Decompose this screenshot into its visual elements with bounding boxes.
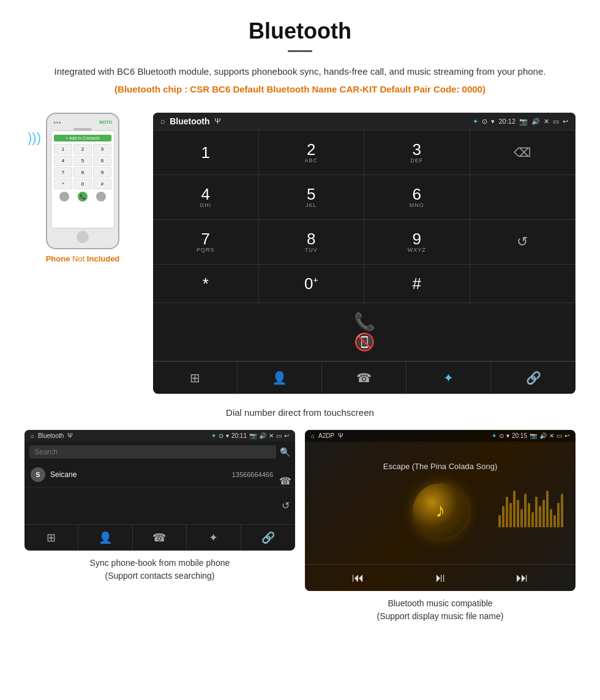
pb-x-icon: ✕	[269, 432, 274, 439]
phone-bottom-bar: 📞	[54, 189, 111, 203]
phone-icon[interactable]: ☎	[322, 362, 407, 394]
dial-keypad: 1 2 ABC 3 DEF ⌫ 4 GHI	[153, 130, 576, 361]
pb-status-right: ✦ ⊙ ▾ 20:11 📷 🔊 ✕ ▭ ↩	[211, 432, 289, 439]
key-4-sub: GHI	[200, 202, 211, 208]
key-9[interactable]: 9 WXYZ	[364, 220, 470, 265]
phone-key-8: 8	[73, 167, 92, 178]
key-1[interactable]: 1	[153, 130, 259, 175]
key-hash[interactable]: #	[364, 265, 470, 303]
phone-screen: + Add to Contacts 1 2 3 4 5 6 7 8 9 * 0 …	[51, 130, 114, 228]
pb-link-icon[interactable]: 🔗	[241, 525, 295, 551]
prev-button[interactable]: ⏮	[352, 571, 364, 585]
bt-bottom-icon[interactable]: ✦	[407, 362, 491, 394]
phone-key-1: 1	[54, 144, 72, 154]
pb-status-left: ⌂ Bluetooth Ψ	[31, 432, 73, 439]
home-icon: ⌂	[160, 117, 165, 126]
pb-bt-bottom-icon[interactable]: ✦	[187, 525, 241, 551]
pb-home-icon: ⌂	[31, 432, 34, 439]
music-win: ▭	[557, 432, 562, 439]
camera-icon: 📷	[519, 118, 528, 126]
music-signal: ▾	[506, 432, 509, 439]
title-divider	[288, 50, 312, 52]
pb-refresh-right-icon[interactable]: ↺	[282, 500, 290, 511]
phone-not-included-label: Phone Not Included	[46, 254, 120, 263]
pb-person-icon[interactable]: 👤	[78, 525, 132, 551]
music-controls: ⏮ ⏯ ⏭	[305, 564, 576, 591]
pb-bt-icon: ✦	[211, 432, 216, 439]
music-x: ✕	[549, 432, 554, 439]
key-6[interactable]: 6 MNO	[364, 175, 470, 220]
key-refresh[interactable]: ↺	[470, 220, 576, 265]
music-album-art: ♪	[413, 483, 468, 538]
key-9-sub: WXYZ	[408, 247, 426, 253]
music-song-title: Escape (The Pina Colada Song)	[383, 462, 497, 471]
music-card: ⌂ A2DP Ψ ✦ ⊙ ▾ 20:15 📷 🔊 ✕ ▭ ↩ E	[305, 430, 576, 623]
key-5[interactable]: 5 JKL	[259, 175, 365, 220]
music-loc-icon: ⊙	[499, 432, 504, 439]
key-star-num: *	[203, 276, 209, 292]
key-8-num: 8	[307, 231, 315, 247]
dial-screen-container: ⌂ Bluetooth Ψ ✦ ⊙ ▾ 20:12 📷 🔊 ✕ ▭ ↩	[153, 113, 576, 394]
music-status-right: ✦ ⊙ ▾ 20:15 📷 🔊 ✕ ▭ ↩	[492, 432, 569, 439]
music-bt-icon: ✦	[492, 432, 497, 439]
pb-loc-icon: ⊙	[219, 432, 223, 439]
key-2[interactable]: 2 ABC	[259, 130, 365, 175]
pb-status-bar: ⌂ Bluetooth Ψ ✦ ⊙ ▾ 20:11 📷 🔊 ✕ ▭ ↩	[24, 430, 295, 442]
bottom-section: ⌂ Bluetooth Ψ ✦ ⊙ ▾ 20:11 📷 🔊 ✕ ▭ ↩	[0, 430, 600, 623]
key-6-num: 6	[413, 186, 421, 202]
phone-dial-grid: 1 2 3 4 5 6 7 8 9 * 0 #	[54, 144, 111, 189]
contacts-icon[interactable]: 👤	[238, 362, 322, 394]
dialpad-icon[interactable]: ⊞	[153, 362, 238, 394]
link-icon[interactable]: 🔗	[491, 362, 576, 394]
dial-screen: ⌂ Bluetooth Ψ ✦ ⊙ ▾ 20:12 📷 🔊 ✕ ▭ ↩	[153, 113, 576, 394]
pb-back-icon: ↩	[284, 432, 289, 439]
key-call-hangup: 📞 📵	[153, 303, 576, 361]
key-8[interactable]: 8 TUV	[259, 220, 365, 265]
next-button[interactable]: ⏭	[516, 571, 528, 585]
pb-search-input[interactable]	[29, 445, 276, 459]
music-usb-icon: Ψ	[338, 432, 343, 439]
dial-status-right: ✦ ⊙ ▾ 20:12 📷 🔊 ✕ ▭ ↩	[473, 118, 568, 126]
key-7[interactable]: 7 PQRS	[153, 220, 259, 265]
music-caption: Bluetooth music compatible (Support disp…	[377, 597, 504, 623]
phonebook-screen: ⌂ Bluetooth Ψ ✦ ⊙ ▾ 20:11 📷 🔊 ✕ ▭ ↩	[24, 430, 295, 551]
phone-key-9: 9	[93, 167, 111, 178]
key-star[interactable]: *	[153, 265, 259, 303]
phone-key-3: 3	[93, 144, 111, 154]
play-pause-button[interactable]: ⏯	[434, 571, 446, 585]
pb-win-icon: ▭	[276, 432, 282, 439]
music-status-bar: ⌂ A2DP Ψ ✦ ⊙ ▾ 20:15 📷 🔊 ✕ ▭ ↩	[305, 430, 576, 442]
key-1-num: 1	[201, 145, 210, 160]
music-vol: 🔊	[539, 432, 547, 439]
pb-search-icon[interactable]: 🔍	[280, 447, 290, 457]
hangup-icon[interactable]: 📵	[354, 332, 375, 352]
phonebook-caption-line2: (Support contacts searching)	[105, 571, 215, 581]
dial-caption: Dial number direct from touchscreen	[24, 407, 576, 418]
backspace-icon: ⌫	[514, 145, 531, 160]
pb-call-icon[interactable]: ☎	[133, 525, 187, 551]
phone-home-btn	[77, 231, 89, 243]
phone-key-hash: #	[93, 179, 111, 189]
bt-signal-icon: )))	[28, 131, 41, 145]
call-icon[interactable]: 📞	[354, 312, 375, 332]
pb-grid-icon[interactable]: ⊞	[24, 525, 78, 551]
key-7-num: 7	[201, 231, 210, 247]
window-icon: ▭	[553, 118, 559, 126]
dial-status-bar: ⌂ Bluetooth Ψ ✦ ⊙ ▾ 20:12 📷 🔊 ✕ ▭ ↩	[153, 113, 576, 130]
volume-icon: 🔊	[531, 118, 540, 126]
phonebook-card: ⌂ Bluetooth Ψ ✦ ⊙ ▾ 20:11 📷 🔊 ✕ ▭ ↩	[24, 430, 295, 623]
key-8-sub: TUV	[305, 247, 318, 253]
pb-spacer	[24, 487, 295, 524]
pb-phone-right-icon[interactable]: ☎	[279, 475, 291, 487]
pb-avatar: S	[31, 467, 45, 482]
usb-icon: Ψ	[215, 117, 221, 126]
key-empty-call	[470, 265, 576, 303]
music-home-icon: ⌂	[311, 432, 315, 439]
key-backspace[interactable]: ⌫	[470, 130, 576, 175]
key-hash-num: #	[413, 276, 421, 292]
key-0[interactable]: 0+	[259, 265, 365, 303]
pb-cam-icon: 📷	[249, 432, 257, 439]
key-4[interactable]: 4 GHI	[153, 175, 259, 220]
key-3[interactable]: 3 DEF	[364, 130, 470, 175]
key-9-num: 9	[413, 231, 421, 247]
